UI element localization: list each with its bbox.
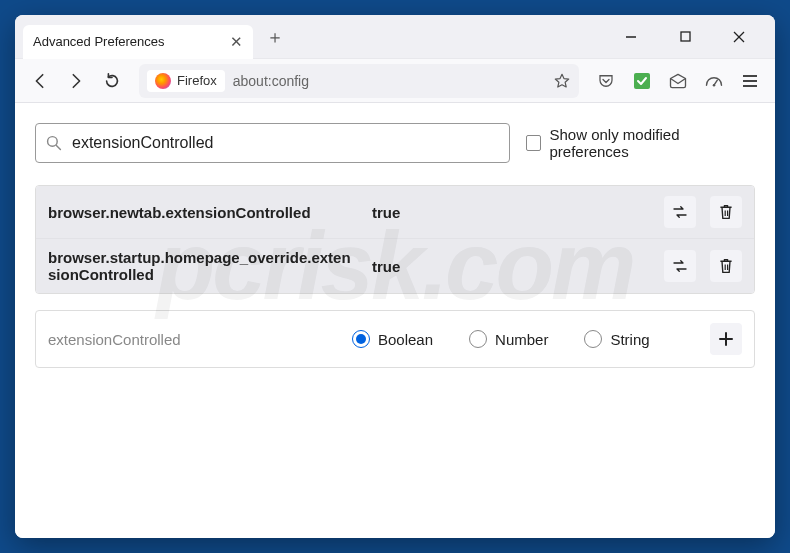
radio-label: Number (495, 331, 548, 348)
radio-boolean[interactable]: Boolean (352, 330, 433, 348)
new-tab-button[interactable]: ＋ (261, 23, 289, 51)
pocket-icon[interactable] (591, 66, 621, 96)
svg-line-11 (56, 145, 60, 149)
show-modified-label: Show only modified preferences (549, 126, 755, 160)
pref-row[interactable]: browser.startup.homepage_override.extens… (36, 238, 754, 293)
reload-button[interactable] (97, 66, 127, 96)
pref-value: true (372, 258, 452, 275)
browser-window: Advanced Preferences ✕ ＋ (15, 15, 775, 538)
forward-button[interactable] (61, 66, 91, 96)
identity-badge[interactable]: Firefox (147, 70, 225, 92)
radio-icon (584, 330, 602, 348)
svg-line-6 (714, 80, 717, 85)
svg-point-10 (48, 137, 58, 147)
radio-number[interactable]: Number (469, 330, 548, 348)
window-controls (613, 22, 767, 52)
toggle-button[interactable] (664, 196, 696, 228)
url-text: about:config (233, 73, 309, 89)
radio-string[interactable]: String (584, 330, 649, 348)
pref-value: true (372, 204, 452, 221)
radio-label: String (610, 331, 649, 348)
checkbox-icon (526, 135, 541, 151)
show-modified-checkbox[interactable]: Show only modified preferences (526, 126, 755, 160)
close-tab-icon[interactable]: ✕ (230, 33, 243, 51)
browser-tab[interactable]: Advanced Preferences ✕ (23, 25, 253, 59)
pref-name: browser.newtab.extensionControlled (48, 204, 358, 221)
pref-table: browser.newtab.extensionControlled true … (35, 185, 755, 294)
search-input[interactable] (72, 134, 499, 152)
svg-rect-1 (681, 32, 690, 41)
delete-button[interactable] (710, 250, 742, 282)
search-row: Show only modified preferences (35, 123, 755, 163)
bookmark-star-icon[interactable] (553, 72, 571, 90)
gauge-icon[interactable] (699, 66, 729, 96)
address-bar[interactable]: Firefox about:config (139, 64, 579, 98)
search-icon (46, 135, 62, 151)
close-window-button[interactable] (721, 22, 757, 52)
mail-icon[interactable] (663, 66, 693, 96)
new-pref-name: extensionControlled (48, 331, 338, 348)
page-content: Show only modified preferences browser.n… (15, 103, 775, 538)
nav-toolbar: Firefox about:config (15, 59, 775, 103)
toggle-button[interactable] (664, 250, 696, 282)
tab-title: Advanced Preferences (33, 34, 165, 49)
new-pref-row: extensionControlled Boolean Number Strin… (35, 310, 755, 368)
search-box[interactable] (35, 123, 510, 163)
titlebar: Advanced Preferences ✕ ＋ (15, 15, 775, 59)
radio-icon (352, 330, 370, 348)
pref-row[interactable]: browser.newtab.extensionControlled true (36, 186, 754, 238)
hamburger-menu-icon[interactable] (735, 66, 765, 96)
type-radios: Boolean Number String (352, 330, 696, 348)
extension-icon[interactable] (627, 66, 657, 96)
add-button[interactable] (710, 323, 742, 355)
identity-label: Firefox (177, 73, 217, 88)
delete-button[interactable] (710, 196, 742, 228)
svg-rect-4 (634, 73, 650, 89)
firefox-logo-icon (155, 73, 171, 89)
radio-label: Boolean (378, 331, 433, 348)
radio-icon (469, 330, 487, 348)
back-button[interactable] (25, 66, 55, 96)
minimize-button[interactable] (613, 22, 649, 52)
pref-name: browser.startup.homepage_override.extens… (48, 249, 358, 283)
maximize-button[interactable] (667, 22, 703, 52)
